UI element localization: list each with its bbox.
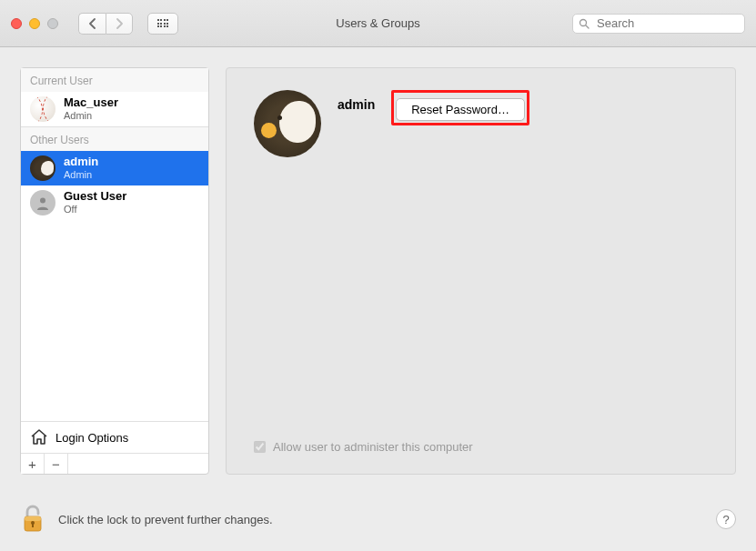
house-icon xyxy=(30,429,48,446)
administer-checkbox xyxy=(254,441,266,453)
user-role: Admin xyxy=(64,110,118,122)
current-user-header: Current User xyxy=(21,68,208,92)
reset-password-button[interactable]: Reset Password… xyxy=(396,98,525,121)
window-title: Users & Groups xyxy=(336,16,419,30)
other-users-header: Other Users xyxy=(21,126,208,151)
user-role: Admin xyxy=(64,169,98,181)
user-name: Guest User xyxy=(64,190,126,204)
login-options-label: Login Options xyxy=(55,431,128,445)
remove-user-button[interactable]: − xyxy=(45,454,68,474)
login-options-button[interactable]: Login Options xyxy=(21,421,208,453)
add-remove-bar: + − xyxy=(21,453,208,474)
administer-label: Allow user to administer this computer xyxy=(273,440,473,454)
zoom-window-button[interactable] xyxy=(47,18,58,29)
highlight-annotation: Reset Password… xyxy=(391,90,529,125)
toolbar: Users & Groups xyxy=(0,0,756,47)
sidebar-user-admin[interactable]: admin Admin xyxy=(21,151,208,185)
users-sidebar: Current User Mac_user Admin Other Users … xyxy=(20,67,209,475)
sidebar-user-mac-user[interactable]: Mac_user Admin xyxy=(21,92,208,126)
avatar xyxy=(30,155,55,181)
sidebar-user-guest[interactable]: Guest User Off xyxy=(21,185,208,220)
lock-icon[interactable] xyxy=(20,504,45,535)
forward-button[interactable] xyxy=(106,13,133,35)
administer-checkbox-row: Allow user to administer this computer xyxy=(254,440,473,454)
chevron-right-icon xyxy=(116,18,123,29)
user-name: admin xyxy=(64,155,98,169)
footer: Click the lock to prevent further change… xyxy=(0,495,756,551)
user-name: Mac_user xyxy=(64,96,118,110)
user-detail-panel: admin Reset Password… Allow user to admi… xyxy=(226,67,736,475)
svg-rect-6 xyxy=(32,523,34,527)
person-icon xyxy=(35,195,51,211)
avatar xyxy=(30,96,55,122)
nav-buttons xyxy=(78,13,133,35)
back-button[interactable] xyxy=(78,13,106,35)
grid-icon xyxy=(157,19,169,27)
chevron-left-icon xyxy=(89,18,96,29)
lock-hint-text: Click the lock to prevent further change… xyxy=(58,513,273,526)
avatar xyxy=(30,190,55,215)
svg-rect-4 xyxy=(25,516,41,521)
close-window-button[interactable] xyxy=(11,18,22,29)
show-all-button[interactable] xyxy=(147,13,178,35)
svg-point-2 xyxy=(40,198,45,204)
user-role: Off xyxy=(64,204,126,215)
minimize-window-button[interactable] xyxy=(29,18,40,29)
user-avatar-large[interactable] xyxy=(254,90,321,157)
window-controls xyxy=(11,18,58,29)
search-input[interactable] xyxy=(572,14,745,34)
selected-user-name: admin xyxy=(338,97,375,112)
help-button[interactable]: ? xyxy=(716,509,736,529)
add-user-button[interactable]: + xyxy=(21,454,45,474)
